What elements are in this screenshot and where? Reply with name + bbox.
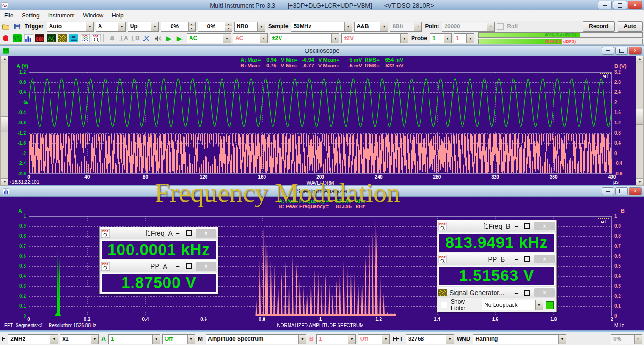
chevron-down-icon[interactable]: ▼ <box>348 335 355 344</box>
maximize-button[interactable] <box>615 187 628 195</box>
minimize-button[interactable]: – <box>512 222 520 230</box>
trigger-level-marker[interactable]: ▲ <box>25 99 29 105</box>
chevron-down-icon[interactable]: ▼ <box>558 335 566 344</box>
freq-range-select[interactable]: 2MHz ▼ <box>8 334 58 344</box>
probe-b-select[interactable]: 1 ▼ <box>454 33 474 43</box>
chevron-down-icon[interactable]: ▼ <box>187 335 195 344</box>
chevron-down-icon[interactable]: ▼ <box>91 335 98 344</box>
menu-help[interactable]: Help <box>107 11 128 20</box>
run-button[interactable]: ▶ <box>164 33 174 43</box>
restore-button[interactable] <box>613 1 627 9</box>
chevron-down-icon[interactable]: ▼ <box>466 34 474 43</box>
spectrum-analyzer-window-button[interactable] <box>23 33 33 43</box>
chevron-down-icon[interactable]: ▼ <box>118 22 125 31</box>
probe-calibration-button[interactable] <box>141 33 151 43</box>
chevron-down-icon[interactable]: ▼ <box>446 335 454 344</box>
trigger-level-spinner[interactable]: 0% ▲▼ <box>161 22 196 32</box>
record-button[interactable]: Record <box>583 21 614 32</box>
menu-setting[interactable]: Setting <box>17 11 43 20</box>
scroll-up-button[interactable] <box>1 56 8 63</box>
oscilloscope-window-button[interactable] <box>12 33 22 43</box>
maximize-button[interactable] <box>615 47 628 55</box>
sound-output-button[interactable] <box>152 33 163 43</box>
spin-down-icon[interactable]: ▼ <box>189 26 195 31</box>
freq-multiplier-select[interactable]: x1 ▼ <box>60 334 99 344</box>
maximize-button[interactable] <box>524 290 530 296</box>
close-button[interactable]: × <box>196 229 216 238</box>
menu-file[interactable]: File <box>0 11 17 20</box>
noise-rejection-select[interactable]: NR0 ▼ <box>234 22 265 32</box>
panel-titlebar[interactable]: DDP PP_A – × <box>100 260 218 272</box>
chevron-down-icon[interactable]: ▼ <box>331 34 339 43</box>
maximize-button[interactable] <box>186 230 192 236</box>
chevron-down-icon[interactable]: ▼ <box>86 22 93 31</box>
maximize-button[interactable] <box>186 263 192 269</box>
loopback-select[interactable]: No Loopback ▼ <box>482 300 543 310</box>
close-button[interactable]: × <box>534 255 555 263</box>
coupling-b-select[interactable]: AC ▼ <box>233 33 268 43</box>
chevron-down-icon[interactable]: ▼ <box>260 34 267 43</box>
siggen-run-button[interactable] <box>546 301 554 309</box>
scroll-down-button[interactable] <box>636 178 643 185</box>
chevron-down-icon[interactable]: ▼ <box>380 22 388 31</box>
coupling-a-select[interactable]: AC ▼ <box>187 33 231 43</box>
maximize-button[interactable] <box>524 223 530 229</box>
close-button[interactable]: × <box>534 222 555 230</box>
auto-setup-button[interactable]: Auto <box>618 21 643 32</box>
scrollbar-thumb[interactable] <box>636 109 643 125</box>
chevron-down-icon[interactable]: ▼ <box>400 34 408 43</box>
spin-up-icon[interactable]: ▲ <box>225 22 232 27</box>
device-test-plan-button[interactable]: DUT <box>68 33 79 43</box>
close-button[interactable]: × <box>629 187 642 195</box>
spin-down-icon[interactable]: ▼ <box>225 26 232 31</box>
a-parameter-select[interactable]: 1 ▼ <box>108 334 160 344</box>
sample-rate-select[interactable]: 50MHz ▼ <box>291 22 352 32</box>
minimize-button[interactable]: – <box>173 230 182 237</box>
chevron-down-icon[interactable]: ▼ <box>50 335 58 344</box>
b-parameter-select[interactable]: 1 ▼ <box>316 334 356 344</box>
save-button[interactable] <box>12 22 22 31</box>
channel-select[interactable]: A&B ▼ <box>354 22 388 32</box>
channel-a-offset-scrollbar[interactable] <box>0 56 8 186</box>
window-function-select[interactable]: Hanning ▼ <box>473 334 566 344</box>
close-button[interactable]: × <box>628 1 642 9</box>
ddp-viewer-button[interactable]: DDP <box>91 33 101 43</box>
chevron-down-icon[interactable]: ▼ <box>535 300 543 310</box>
oscilloscope-titlebar[interactable]: Oscilloscope × <box>0 46 644 56</box>
a-mode-select[interactable]: Off ▼ <box>162 334 195 344</box>
spectrum-titlebar[interactable]: Spectrum Analyzer × <box>0 186 644 197</box>
menu-instrument[interactable]: Instrument <box>44 11 79 20</box>
chevron-down-icon[interactable]: ▼ <box>298 335 306 344</box>
panel-titlebar[interactable]: DDP f1Freq_B – × <box>437 220 556 232</box>
open-button[interactable] <box>0 22 11 31</box>
chevron-down-icon[interactable]: ▼ <box>151 22 158 31</box>
trigger-mode-select[interactable]: Auto ▼ <box>47 22 94 32</box>
probe-a-select[interactable]: 1 ▼ <box>430 33 452 43</box>
close-button[interactable]: × <box>629 47 642 55</box>
menu-window[interactable]: Window <box>79 11 107 20</box>
minimize-button[interactable] <box>602 187 614 195</box>
minimize-button[interactable]: – <box>173 263 182 270</box>
range-b-select[interactable]: ±2V ▼ <box>341 33 408 43</box>
fft-size-select[interactable]: 32768 ▼ <box>406 334 454 344</box>
panel-titlebar[interactable]: DDP f1Freq_A – × <box>100 227 218 239</box>
chevron-down-icon[interactable]: ▼ <box>257 22 265 31</box>
spectrum-3d-plot-window-button[interactable] <box>46 33 56 43</box>
signal-generator-window-button[interactable] <box>57 33 67 43</box>
scroll-down-button[interactable] <box>1 178 8 185</box>
derived-data-points-button[interactable] <box>80 33 90 43</box>
scrollbar-thumb[interactable] <box>1 116 8 132</box>
minimize-button[interactable]: – <box>512 289 520 296</box>
waveform-plot[interactable] <box>29 72 612 174</box>
show-editor-checkbox[interactable] <box>441 302 447 308</box>
close-button[interactable]: × <box>196 262 216 271</box>
run-loop-button[interactable]: ▶○ <box>175 33 185 43</box>
trigger-source-select[interactable]: A ▼ <box>96 22 126 32</box>
chevron-down-icon[interactable]: ▼ <box>444 34 451 43</box>
panel-titlebar[interactable]: Signal Generator... – × <box>437 287 556 298</box>
spectrum-type-select[interactable]: Amplitude Spectrum ▼ <box>206 334 306 344</box>
record-button-2[interactable] <box>0 33 11 43</box>
close-button[interactable]: × <box>534 288 555 297</box>
channel-b-offset-scrollbar[interactable] <box>636 56 644 186</box>
range-a-select[interactable]: ±2V ▼ <box>270 33 339 43</box>
